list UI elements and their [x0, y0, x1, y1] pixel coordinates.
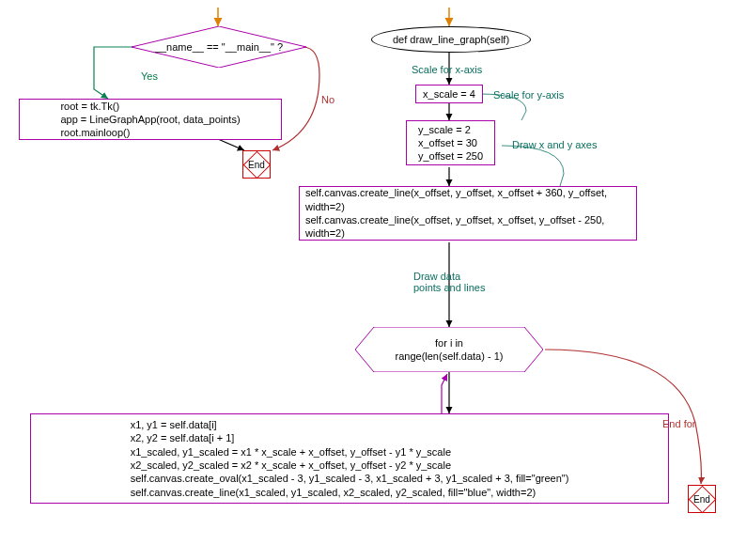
- no-label: No: [321, 94, 334, 105]
- end-terminal-left: End: [242, 150, 271, 179]
- end-label-left: End: [248, 160, 265, 170]
- end-for-label: End for: [662, 418, 695, 429]
- end-terminal-right: End: [688, 485, 716, 513]
- main-code-box: root = tk.Tk() app = LineGraphApp(root, …: [19, 99, 282, 140]
- decision-label: __name__ == "__main__" ?: [155, 40, 283, 54]
- draw-axes-label: Draw x and y axes: [512, 139, 597, 150]
- yes-label: Yes: [141, 70, 158, 82]
- scale-y-label: Scale for y-axis: [493, 89, 564, 101]
- loop-body-box: x1, y1 = self.data[i] x2, y2 = self.data…: [30, 413, 669, 504]
- func-def-label: def draw_line_graph(self): [393, 33, 509, 46]
- draw-points-label: Draw data points and lines: [413, 271, 485, 293]
- axes-code-box: self.canvas.create_line(x_offset, y_offs…: [299, 186, 637, 241]
- scale-x-label: Scale for x-axis: [412, 64, 482, 75]
- decision-name-main-text: __name__ == "__main__" ?: [132, 26, 306, 68]
- xscale-box: x_scale = 4: [415, 85, 483, 103]
- func-def-terminal: def draw_line_graph(self): [371, 26, 531, 53]
- end-label-right: End: [693, 494, 710, 505]
- for-loop-text: for i in range(len(self.data) - 1): [355, 327, 543, 372]
- offsets-box: y_scale = 2 x_offset = 30 y_offset = 250: [406, 120, 495, 165]
